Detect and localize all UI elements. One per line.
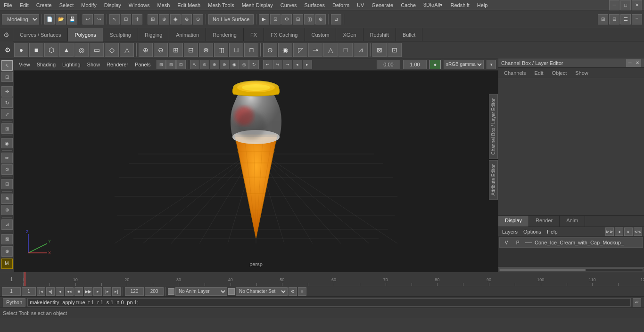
shelf-gear-icon[interactable]: ⚙	[2, 44, 13, 56]
vp-colorspace-settings[interactable]: ▾	[487, 60, 496, 69]
menu-mesh[interactable]: Mesh	[153, 1, 173, 9]
shelf-boolean-diff[interactable]: ⊓	[244, 43, 258, 57]
tab-animation[interactable]: Animation	[169, 28, 206, 41]
anim-layer-checkbox[interactable]	[168, 288, 174, 295]
layer-visibility-toggle[interactable]: V	[502, 240, 511, 245]
vp-display-3[interactable]: ◎	[239, 60, 249, 69]
render-button[interactable]: ▶	[259, 14, 269, 24]
vp-select-mode[interactable]: ↖	[190, 60, 199, 69]
script-command-input[interactable]	[27, 298, 631, 307]
tab-fx-caching[interactable]: FX Caching	[264, 28, 305, 41]
next-frame-btn[interactable]: ▸	[93, 287, 102, 296]
vp-panels-menu[interactable]: Panels	[132, 61, 154, 68]
vp-undo-cam[interactable]: ↩	[263, 60, 272, 69]
panel-config-button[interactable]: ⊟	[609, 14, 619, 24]
vp-color-mode-badge[interactable]: ●	[429, 60, 441, 69]
vp-display-4[interactable]: ↻	[249, 60, 259, 69]
vp-hud-btn[interactable]: ⊡	[176, 60, 186, 69]
menu-modify[interactable]: Modify	[77, 1, 100, 9]
shelf-extract-icon[interactable]: ⊖	[154, 43, 168, 57]
paint-select-tool[interactable]: ⊡	[1, 72, 13, 82]
close-button[interactable]: ✕	[632, 0, 642, 10]
play-forward-btn[interactable]: ▶▶	[84, 287, 92, 296]
menu-deform[interactable]: Deform	[329, 1, 353, 9]
anim-layer-dropdown[interactable]: No Anim Layer	[175, 287, 227, 296]
viewport[interactable]: Y Z X persp	[14, 71, 498, 272]
playback-end-field[interactable]	[145, 287, 164, 296]
move-tool[interactable]: ✛	[1, 86, 13, 97]
menu-uv[interactable]: UV	[353, 1, 368, 9]
timeline-ruler[interactable]: 1102030405060708090100110120	[24, 272, 644, 286]
menu-curves[interactable]: Curves	[277, 1, 301, 9]
tab-anim[interactable]: Anim	[560, 216, 585, 227]
vp-xray[interactable]: ⊕	[210, 60, 219, 69]
vp-scale-field[interactable]: 1.00	[403, 60, 427, 69]
cb-tab-object[interactable]: Object	[548, 69, 570, 77]
shelf-sphere-icon[interactable]: ●	[14, 43, 28, 57]
layers-menu-layers[interactable]: Layers	[500, 229, 520, 235]
character-set-checkbox[interactable]	[228, 288, 235, 295]
select-tool-button[interactable]: ↖	[109, 14, 120, 24]
channel-box-minimize-btn[interactable]: ─	[626, 59, 634, 67]
character-set-dropdown[interactable]: No Character Set	[236, 287, 288, 296]
stop-btn[interactable]: ■	[74, 287, 83, 296]
menu-3dtoall[interactable]: 3DtoAll▾	[420, 1, 446, 9]
shelf-boolean-union[interactable]: ⊔	[229, 43, 243, 57]
tabbar-settings-icon[interactable]: ⚙	[0, 28, 13, 41]
shelf-merge-icon[interactable]: ⊛	[199, 43, 213, 57]
menu-help[interactable]: Help	[473, 1, 492, 9]
shelf-loop-icon[interactable]: ⊙	[263, 43, 277, 57]
vp-redo-cam[interactable]: ↪	[273, 60, 282, 69]
new-scene-button[interactable]: 📄	[44, 14, 55, 24]
layers-scrollbar[interactable]	[498, 267, 644, 272]
shelf-cube-icon[interactable]: ■	[29, 43, 43, 57]
layers-nav-next[interactable]: ▸	[624, 227, 633, 236]
shelf-combine-icon[interactable]: ⊕	[139, 43, 153, 57]
select-tool[interactable]: ↖	[1, 60, 13, 71]
shelf-cylinder-icon[interactable]: ⬡	[44, 43, 58, 57]
menu-edit[interactable]: Edit	[16, 1, 33, 9]
misc-tool-2[interactable]: ⊛	[1, 205, 13, 215]
vp-isolate[interactable]: ⊙	[200, 60, 209, 69]
tab-sculpting[interactable]: Sculpting	[103, 28, 138, 41]
snap-live-button[interactable]: ⊙	[193, 14, 203, 24]
show-manip-tool[interactable]: ⊞	[1, 123, 13, 134]
soft-mod-tool[interactable]: ◉	[1, 138, 13, 148]
layers-nav-first[interactable]: ⊳⊳	[605, 227, 614, 236]
xform-pivot[interactable]: ⊕	[1, 246, 13, 257]
layer-playback-toggle[interactable]: P	[513, 240, 522, 245]
vp-display-2[interactable]: ◉	[230, 60, 239, 69]
undo-button[interactable]: ↩	[83, 14, 93, 24]
layers-menu-options[interactable]: Options	[521, 229, 543, 235]
vp-next-bm[interactable]: ▸	[303, 60, 312, 69]
vp-lighting-menu[interactable]: Lighting	[59, 61, 83, 68]
shelf-bevel-icon[interactable]: ◸	[293, 43, 307, 57]
shelf-quad-icon[interactable]: □	[339, 43, 353, 57]
layers-nav-last[interactable]: ⊲⊲	[634, 227, 642, 236]
shelf-bridge-icon[interactable]: ⊟	[184, 43, 198, 57]
menu-file[interactable]: File	[0, 1, 16, 9]
timeline-playhead[interactable]	[25, 272, 25, 286]
panel-layout-button[interactable]: ⊞	[598, 14, 608, 24]
frame-start-field[interactable]	[2, 287, 21, 296]
lattice-tool[interactable]: ⊟	[1, 179, 13, 189]
no-live-surface-button[interactable]: No Live Surface	[208, 14, 254, 24]
shelf-pyramid-icon[interactable]: △	[120, 43, 134, 57]
shelf-prism-icon[interactable]: ◇	[105, 43, 119, 57]
snap-surface-button[interactable]: ⊛	[182, 14, 192, 24]
attribute-toggle[interactable]: ≡	[632, 14, 642, 24]
menu-display[interactable]: Display	[100, 1, 125, 9]
shelf-cone-icon[interactable]: ▲	[59, 43, 74, 57]
vp-cam-btn[interactable]: ⊞	[157, 60, 166, 69]
relax-tool[interactable]: ⊙	[1, 164, 13, 175]
menu-windows[interactable]: Windows	[125, 1, 154, 9]
menu-select[interactable]: Select	[56, 1, 78, 9]
shelf-triangulate-icon[interactable]: △	[323, 43, 338, 57]
tab-rendering[interactable]: Rendering	[206, 28, 244, 41]
menu-mesh-tools[interactable]: Mesh Tools	[204, 1, 238, 9]
shelf-softselect-icon[interactable]: ⊿	[354, 43, 368, 57]
layers-menu-help[interactable]: Help	[545, 229, 560, 235]
scale-tool[interactable]: ⤢	[1, 109, 13, 119]
channel-box-toggle[interactable]: ☰	[620, 14, 631, 24]
shelf-uv-layout[interactable]: ⊡	[388, 43, 402, 57]
